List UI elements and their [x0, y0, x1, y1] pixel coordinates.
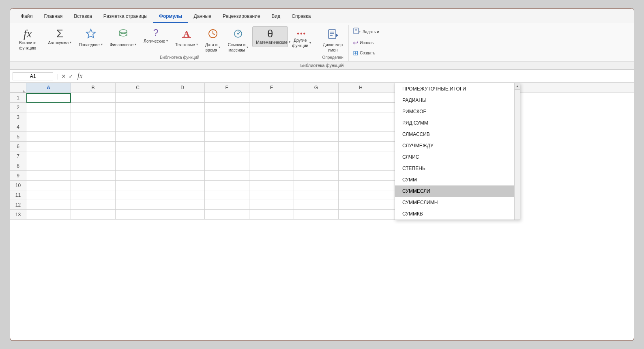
group-library: Σ Автосумма ▾ Последние ▾ — [42, 25, 317, 61]
datetime-button[interactable]: Дата ивремя ▾ — [202, 26, 224, 54]
row-header-8[interactable]: 8 — [10, 161, 26, 171]
row-header-10[interactable]: 10 — [10, 181, 26, 190]
col-header-g[interactable]: G — [294, 83, 339, 93]
tab-data[interactable]: Данные — [188, 11, 217, 23]
tab-insert[interactable]: Вставка — [68, 11, 98, 23]
grid-container: 1 2 3 4 5 6 7 8 9 10 11 12 13 — [10, 93, 634, 220]
star-icon — [85, 28, 97, 41]
dropdown-item-1[interactable]: РАДИАНЫ — [395, 95, 520, 106]
row-header-9[interactable]: 9 — [10, 171, 26, 181]
col-header-e[interactable]: E — [205, 83, 249, 93]
name-manager-button[interactable]: Диспетчеримен — [320, 26, 346, 54]
use-icon: ↩ — [353, 39, 358, 47]
row-header-7[interactable]: 7 — [10, 151, 26, 161]
dropdown-item-7[interactable]: СТЕПЕНЬ — [395, 163, 520, 174]
math-label: Математические ▾ — [256, 40, 284, 45]
cell-e1[interactable] — [205, 93, 249, 103]
dropdown-item-8[interactable]: СУММ — [395, 174, 520, 185]
dropdown-item-3[interactable]: РЯД.СУММ — [395, 117, 520, 129]
row-header-3[interactable]: 3 — [10, 112, 26, 122]
math-icon: θ — [267, 28, 273, 39]
col-header-b[interactable]: B — [71, 83, 116, 93]
grid-row-7 — [26, 151, 634, 161]
row-header-12[interactable]: 12 — [10, 200, 26, 210]
create-from-button[interactable]: ⊞ Создать — [351, 48, 379, 58]
other-label: Другиефункции ▾ — [292, 38, 311, 48]
dropdown-item-4[interactable]: СЛМАССИВ — [395, 129, 520, 140]
col-header-d[interactable]: D — [160, 83, 205, 93]
dropdown-item-0[interactable]: ПРОМЕЖУТОЧНЫЕ.ИТОГИ — [395, 83, 520, 95]
tab-formulas[interactable]: Формулы — [153, 11, 188, 23]
recent-label: Последние ▾ — [79, 42, 102, 47]
dropdown-item-2[interactable]: РИМСКОЕ — [395, 106, 520, 117]
row-header-11[interactable]: 11 — [10, 190, 26, 200]
tab-home[interactable]: Главная — [39, 11, 69, 23]
autosum-button[interactable]: Σ Автосумма ▾ — [45, 26, 75, 47]
logical-button[interactable]: ? Логические ▾ — [140, 26, 171, 45]
row-header-1[interactable]: 1 — [10, 93, 26, 103]
dropdown-item-5[interactable]: СЛУЧМЕЖДУ — [395, 140, 520, 151]
grid-row-4 — [26, 122, 634, 132]
grid-row-8 — [26, 161, 634, 171]
cancel-icon[interactable]: ✕ — [61, 73, 66, 80]
cell-a1[interactable] — [26, 93, 71, 103]
group-insert-label — [16, 59, 39, 61]
col-header-f[interactable]: F — [249, 83, 294, 93]
dropdown-item-9[interactable]: СУММЕСЛИ — [395, 185, 520, 197]
group-library-label: Библиотека функций — [45, 54, 314, 61]
financial-button[interactable]: Финансовые ▾ — [107, 26, 140, 49]
tab-review[interactable]: Рецензирование — [217, 11, 266, 23]
cell-a2[interactable] — [26, 103, 71, 112]
use-in-formula-button[interactable]: ↩ Исполь — [351, 38, 379, 47]
row-header-6[interactable]: 6 — [10, 142, 26, 151]
other-functions-button[interactable]: ••• Другиефункции ▾ — [289, 26, 314, 50]
scroll-up-arrow[interactable]: ▲ — [515, 83, 520, 90]
dropdown-item-11[interactable]: СУММКВ — [395, 208, 520, 220]
confirm-icon[interactable]: ✓ — [69, 73, 73, 80]
row-header-5[interactable]: 5 — [10, 132, 26, 142]
links-button[interactable]: Ссылки имассивы ▾ — [225, 26, 252, 54]
links-arrow: ▾ — [247, 45, 248, 50]
cell-g1[interactable] — [294, 93, 339, 103]
dropdown-item-10[interactable]: СУММЕСЛИМН — [395, 197, 520, 208]
define-name-button[interactable]: Задать и — [351, 26, 381, 37]
group-insert-function: fx Вставитьфункцию — [13, 25, 42, 61]
col-header-h[interactable]: H — [339, 83, 383, 93]
ribbon: Файл Главная Вставка Разметка страницы Ф… — [10, 9, 634, 70]
dropdown-item-6[interactable]: СЛЧИС — [395, 151, 520, 163]
row-header-13[interactable]: 13 — [10, 210, 26, 220]
svg-line-8 — [213, 34, 215, 34]
svg-marker-0 — [86, 29, 95, 38]
formula-bar-btns: ✕ ✓ — [61, 73, 73, 80]
cell-h1[interactable] — [339, 93, 383, 103]
use-in-formula-label: Исполь — [360, 41, 374, 45]
col-header-a[interactable]: A — [26, 83, 71, 93]
logical-icon: ? — [153, 28, 159, 38]
cell-f1[interactable] — [249, 93, 294, 103]
row-header-2[interactable]: 2 — [10, 103, 26, 112]
fx-bar-icon[interactable]: fx — [75, 72, 85, 80]
insert-function-button[interactable]: fx Вставитьфункцию — [16, 26, 39, 52]
cell-c1[interactable] — [116, 93, 160, 103]
name-box[interactable] — [13, 72, 53, 80]
define-name-label: Задать и — [363, 30, 379, 34]
cell-b1[interactable] — [71, 93, 116, 103]
tab-view[interactable]: Вид — [266, 11, 286, 23]
svg-marker-17 — [336, 34, 338, 37]
cell-d1[interactable] — [160, 93, 205, 103]
tab-page-layout[interactable]: Разметка страницы — [98, 11, 153, 23]
grid-row-9 — [26, 171, 634, 181]
svg-marker-21 — [359, 30, 361, 33]
math-button[interactable]: θ Математические ▾ — [252, 26, 288, 47]
formula-input[interactable] — [87, 73, 631, 80]
tab-file[interactable]: Файл — [15, 11, 39, 23]
autosum-arrow: ▾ — [70, 41, 71, 45]
text-button[interactable]: A Текстовые ▾ — [172, 26, 201, 49]
corner-cell — [10, 83, 26, 93]
row-header-4[interactable]: 4 — [10, 122, 26, 132]
sigma-icon: Σ — [56, 28, 63, 39]
col-header-c[interactable]: C — [116, 83, 160, 93]
text-arrow: ▾ — [196, 43, 198, 47]
tab-help[interactable]: Справка — [286, 11, 316, 23]
recent-button[interactable]: Последние ▾ — [75, 26, 105, 49]
